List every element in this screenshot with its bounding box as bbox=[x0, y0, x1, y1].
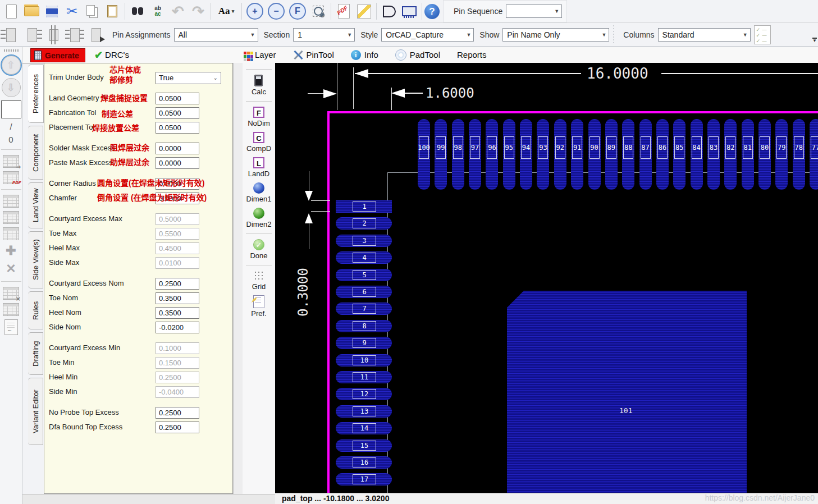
tab-variant-editor[interactable]: Variant Editor bbox=[28, 378, 43, 445]
scroll-up-button[interactable]: ⇧ bbox=[2, 56, 21, 75]
open-folder-icon[interactable] bbox=[21, 1, 42, 21]
tab-component[interactable]: Component bbox=[28, 126, 43, 180]
field-input[interactable]: 0.0500 bbox=[156, 122, 199, 134]
table-auto-icon[interactable] bbox=[3, 195, 19, 208]
save-icon[interactable] bbox=[42, 1, 62, 21]
ruler-icon[interactable] bbox=[354, 1, 374, 21]
field-input[interactable]: 0.2500 bbox=[156, 407, 199, 419]
delete-icon[interactable]: ✕ bbox=[6, 262, 16, 276]
field-label: Side Nom bbox=[49, 323, 81, 331]
find-icon[interactable] bbox=[127, 1, 148, 21]
grid-table-icon[interactable] bbox=[3, 303, 19, 316]
letter-box-icon: C bbox=[253, 132, 264, 143]
field-input[interactable]: 0.3500 bbox=[156, 292, 199, 304]
pdf-export-icon[interactable] bbox=[333, 1, 354, 21]
table-columns-icon-glyph bbox=[3, 227, 19, 240]
rail-handle[interactable] bbox=[4, 49, 19, 52]
drcs-button[interactable]: ✔ DRC's bbox=[94, 48, 129, 61]
table-export-icon[interactable]: → bbox=[3, 155, 19, 168]
show-select[interactable]: Pin Name Only▼ bbox=[502, 28, 609, 42]
layer-grid-icon bbox=[244, 52, 246, 54]
ic-package-icon[interactable] bbox=[399, 1, 419, 21]
new-file-icon[interactable] bbox=[1, 1, 21, 21]
slash-label[interactable]: / bbox=[10, 122, 12, 131]
field-input[interactable]: -0.0200 bbox=[156, 322, 199, 333]
table-clear-icon[interactable]: × bbox=[3, 287, 19, 300]
style-select[interactable]: OrCAD_Capture▼ bbox=[381, 28, 474, 42]
tab-drafting[interactable]: Drafting bbox=[28, 332, 43, 375]
tab-preferences[interactable]: Preferences bbox=[28, 65, 44, 123]
pin-pick-icon[interactable] bbox=[85, 25, 107, 44]
move-icon[interactable]: ✚ bbox=[6, 244, 16, 258]
field-label: Corner Radius bbox=[49, 179, 96, 187]
tool-nodim[interactable]: FNoDim bbox=[248, 107, 270, 127]
cut-icon[interactable]: ✂ bbox=[62, 1, 82, 21]
gate-symbol-icon[interactable] bbox=[379, 1, 399, 21]
field-input[interactable]: 0.0500 bbox=[156, 93, 199, 104]
pins-right-icon[interactable] bbox=[21, 25, 43, 44]
zoom-select-icon[interactable] bbox=[310, 3, 326, 19]
field-input: 0.5000 bbox=[156, 213, 199, 225]
pins-left-icon[interactable] bbox=[0, 25, 21, 44]
toolbar-overflow-button[interactable]: ▼ bbox=[812, 38, 817, 43]
pin-number-box: 17 bbox=[353, 474, 376, 484]
field-input[interactable]: 0.2500 bbox=[156, 421, 199, 433]
section-label: Section bbox=[264, 30, 290, 39]
footprint-canvas[interactable]: 16.00001.60000.3000100999897969594939291… bbox=[275, 63, 818, 493]
columns-select[interactable]: Standard▼ bbox=[658, 28, 751, 42]
table-columns-icon[interactable] bbox=[3, 227, 19, 240]
pin-sequence-select[interactable]: ▼ bbox=[506, 4, 562, 18]
copy-icon[interactable] bbox=[82, 1, 102, 21]
tool-pref[interactable]: Pref. bbox=[251, 295, 266, 318]
menu-pintool[interactable]: PinTool bbox=[293, 50, 334, 60]
field-label: Dfa Bound Top Excess bbox=[49, 423, 122, 431]
field-input[interactable]: 0.0500 bbox=[156, 107, 199, 119]
pins-vertical-icon[interactable] bbox=[43, 25, 64, 44]
generate-button[interactable]: Generate bbox=[30, 48, 85, 62]
table-rows-icon[interactable] bbox=[3, 211, 19, 224]
watermark: https://blog.csdn.net/AijerJane0 bbox=[705, 493, 815, 502]
zoom-out-icon[interactable]: − bbox=[268, 3, 285, 20]
field-input[interactable]: 0.3500 bbox=[156, 307, 199, 319]
tool-grid[interactable]: Grid bbox=[252, 271, 266, 291]
paste-icon[interactable] bbox=[102, 1, 122, 21]
tab-land-view[interactable]: Land View bbox=[28, 182, 43, 228]
trim-under-body-select[interactable]: True⌄ bbox=[156, 72, 221, 84]
pins-around-icon[interactable] bbox=[64, 25, 85, 44]
tab-side-view-s-[interactable]: Side View(s) bbox=[28, 231, 43, 288]
tool-dimen2[interactable]: Dimen2 bbox=[246, 208, 272, 228]
pdf-table-icon[interactable]: PDF bbox=[3, 171, 19, 184]
scroll-down-button[interactable]: ⇩ bbox=[2, 78, 21, 97]
field-input[interactable]: 0.0000 bbox=[156, 157, 199, 169]
rail-icons: ⇧⇩/0→PDF✚✕× bbox=[1, 54, 21, 337]
tool-landd[interactable]: LLandD bbox=[248, 157, 269, 178]
font-icon[interactable]: Aa bbox=[213, 1, 239, 21]
menu-info[interactable]: iInfo bbox=[351, 50, 378, 60]
signature-doc-glyph bbox=[4, 319, 18, 335]
tool-done[interactable]: ✓Done bbox=[250, 239, 267, 260]
checklist-icon[interactable] bbox=[754, 25, 771, 44]
menu-reports[interactable]: Reports bbox=[457, 50, 487, 59]
zero-label[interactable]: 0 bbox=[8, 135, 13, 144]
tab-rules[interactable]: Rules bbox=[28, 291, 43, 329]
rail-value-box[interactable] bbox=[1, 100, 21, 118]
menu-layer[interactable]: Layer bbox=[243, 50, 276, 59]
section-select[interactable]: 1▼ bbox=[293, 28, 355, 42]
signature-doc-icon[interactable] bbox=[4, 319, 18, 335]
tool-calc[interactable]: Calc bbox=[252, 75, 266, 96]
zoom-in-icon[interactable]: + bbox=[246, 3, 263, 20]
zoom-fit-icon[interactable]: F bbox=[289, 3, 306, 20]
undo-icon[interactable]: ↶ bbox=[168, 1, 188, 21]
tool-dimen1[interactable]: Dimen1 bbox=[246, 182, 272, 203]
field-input[interactable]: 0.0000 bbox=[156, 143, 199, 154]
pad-pin-101[interactable] bbox=[507, 291, 747, 493]
pin-assignments-select[interactable]: All▼ bbox=[174, 28, 258, 42]
help-icon[interactable]: ? bbox=[424, 4, 440, 19]
rail-value-input[interactable] bbox=[1, 100, 21, 118]
field-input[interactable]: 0.2500 bbox=[156, 278, 199, 290]
tool-compd[interactable]: CCompD bbox=[246, 132, 271, 153]
redo-icon[interactable]: ↷ bbox=[188, 1, 208, 21]
left-rail: ⇧⇩/0→PDF✚✕× bbox=[0, 47, 22, 504]
replace-icon[interactable] bbox=[148, 1, 168, 21]
menu-padtool[interactable]: PadTool bbox=[395, 49, 440, 61]
